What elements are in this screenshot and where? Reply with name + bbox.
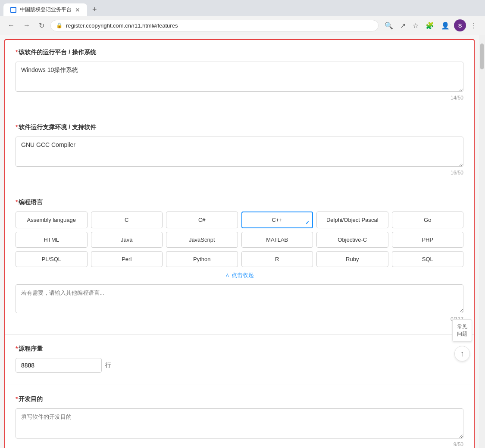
dev-required: * — [16, 395, 18, 402]
source-label: *源程序量 — [16, 345, 463, 353]
lang-section: *编程语言 Assembly language C C# C++ Delphi/… — [16, 199, 463, 322]
url-text: register.ccopyright.com.cn/r11.html#/fea… — [66, 22, 373, 29]
source-row: 行 — [16, 358, 463, 373]
lang-sql[interactable]: SQL — [392, 251, 464, 267]
env-required: * — [16, 124, 18, 131]
tab-bar: 中国版权登记业务平台 ✕ + — [0, 0, 485, 16]
nav-icons: 🔍 ↗ ☆ 🧩 👤 S ⋮ — [382, 19, 480, 31]
collapse-link[interactable]: ∧ 点击收起 — [225, 272, 254, 278]
lang-cpp[interactable]: C++ — [241, 212, 313, 228]
search-icon[interactable]: 🔍 — [382, 20, 396, 31]
back-button[interactable]: ← — [5, 20, 17, 31]
main-content: *该软件的运行平台 / 操作系统 14/50 *软件运行支撑环境 / 支持软件 … — [0, 35, 479, 448]
env-textarea[interactable] — [16, 137, 463, 167]
tab-close-button[interactable]: ✕ — [75, 6, 80, 13]
platform-label: *该软件的运行平台 / 操作系统 — [16, 49, 463, 56]
lang-c[interactable]: C — [91, 212, 163, 228]
scrollbar-thumb[interactable] — [480, 44, 484, 69]
platform-textarea[interactable] — [16, 62, 463, 92]
divider-3 — [5, 334, 474, 335]
profile-button[interactable]: S — [454, 19, 466, 31]
nav-bar: ← → ↻ 🔒 register.ccopyright.com.cn/r11.h… — [0, 16, 485, 35]
other-lang-textarea[interactable] — [16, 284, 463, 313]
scroll-up-button[interactable]: ↑ — [454, 346, 470, 361]
source-unit: 行 — [105, 361, 111, 369]
tab-favicon — [10, 7, 16, 13]
env-label: *软件运行支撑环境 / 支持软件 — [16, 124, 463, 131]
lang-php[interactable]: PHP — [392, 232, 464, 248]
dev-section: *开发目的 9/50 — [16, 395, 463, 448]
lang-matlab[interactable]: MATLAB — [241, 232, 313, 248]
lang-delphi[interactable]: Delphi/Object Pascal — [316, 212, 388, 228]
lang-java[interactable]: Java — [91, 232, 163, 248]
bookmark-icon[interactable]: ☆ — [410, 20, 421, 31]
scrollbar[interactable] — [479, 35, 485, 448]
menu-icon[interactable]: ⋮ — [468, 20, 480, 31]
lang-assembly[interactable]: Assembly language — [16, 212, 88, 228]
share-icon[interactable]: ↗ — [397, 20, 408, 31]
lang-go[interactable]: Go — [392, 212, 464, 228]
platform-section: *该软件的运行平台 / 操作系统 14/50 — [16, 49, 463, 101]
source-input[interactable] — [16, 358, 102, 373]
lang-label: *编程语言 — [16, 199, 463, 206]
lang-javascript[interactable]: JavaScript — [166, 232, 238, 248]
divider-4 — [5, 385, 474, 385]
dev-textarea[interactable] — [16, 408, 463, 439]
lang-python[interactable]: Python — [166, 251, 238, 267]
collapse-button[interactable]: ∧ 点击收起 — [16, 271, 463, 279]
lang-r[interactable]: R — [241, 251, 313, 267]
lang-required: * — [16, 199, 18, 205]
lock-icon: 🔒 — [56, 22, 63, 28]
svg-rect-0 — [11, 8, 16, 12]
env-section: *软件运行支撑环境 / 支持软件 16/50 — [16, 124, 463, 176]
divider-2 — [5, 188, 474, 188]
lang-objectivec[interactable]: Objective-C — [316, 232, 388, 248]
lang-grid: Assembly language C C# C++ Delphi/Object… — [16, 212, 463, 267]
dev-char-count: 9/50 — [16, 442, 463, 448]
active-tab[interactable]: 中国版权登记业务平台 ✕ — [3, 3, 87, 16]
refresh-button[interactable]: ↻ — [36, 20, 47, 31]
platform-required: * — [16, 49, 18, 56]
divider-1 — [5, 113, 474, 113]
new-tab-button[interactable]: + — [89, 3, 100, 16]
lang-plsql[interactable]: PL/SQL — [16, 251, 88, 267]
lang-html[interactable]: HTML — [16, 232, 88, 248]
forward-button[interactable]: → — [21, 20, 33, 31]
extensions-icon[interactable]: 🧩 — [423, 20, 437, 31]
dev-label: *开发目的 — [16, 395, 463, 403]
faq-button[interactable]: 常见 问题 — [452, 319, 472, 342]
env-char-count: 16/50 — [16, 170, 463, 176]
account-icon[interactable]: 👤 — [438, 20, 452, 31]
address-bar[interactable]: 🔒 register.ccopyright.com.cn/r11.html#/f… — [50, 20, 379, 31]
source-required: * — [16, 345, 18, 352]
tab-title: 中国版权登记业务平台 — [20, 6, 72, 13]
platform-char-count: 14/50 — [16, 95, 463, 101]
lang-perl[interactable]: Perl — [91, 251, 163, 267]
form-section: *该软件的运行平台 / 操作系统 14/50 *软件运行支撑环境 / 支持软件 … — [4, 39, 475, 448]
source-section: *源程序量 行 — [16, 345, 463, 373]
other-lang-char-count: 0/117 — [16, 316, 463, 322]
lang-ruby[interactable]: Ruby — [316, 251, 388, 267]
lang-csharp[interactable]: C# — [166, 212, 238, 228]
